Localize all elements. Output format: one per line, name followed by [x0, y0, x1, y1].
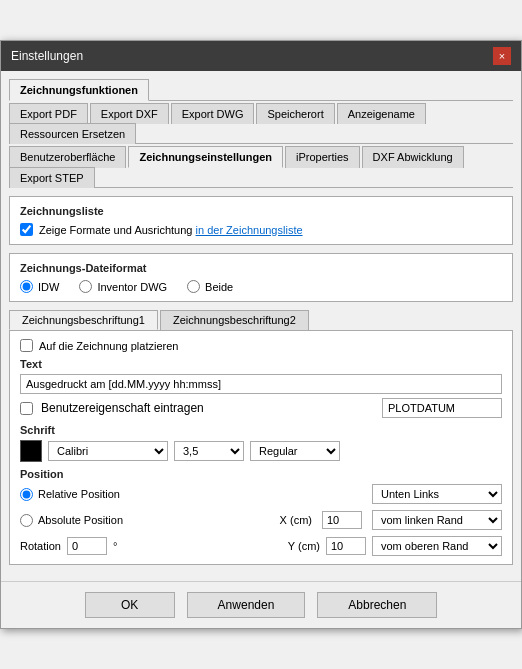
platzieren-checkbox[interactable] — [20, 339, 33, 352]
zeichnungsliste-label: Zeige Formate und Ausrichtung in der Zei… — [39, 224, 303, 236]
relative-label: Relative Position — [38, 488, 120, 500]
close-button[interactable]: × — [493, 47, 511, 65]
tab-export-dwg[interactable]: Export DWG — [171, 103, 255, 124]
text-label: Text — [20, 358, 502, 370]
tab-export-step[interactable]: Export STEP — [9, 167, 95, 188]
tab-iproperties[interactable]: iProperties — [285, 146, 360, 168]
benutzer-label: Benutzereigenschaft eintragen — [41, 401, 204, 415]
tab-ressourcen[interactable]: Ressourcen Ersetzen — [9, 123, 136, 144]
radio-idw[interactable]: IDW — [20, 280, 59, 293]
radio-inventor-dwg[interactable]: Inventor DWG — [79, 280, 167, 293]
zeichnungsliste-section: Zeichnungsliste Zeige Formate und Ausric… — [9, 196, 513, 245]
zeichnungsliste-link: in der Zeichnungsliste — [196, 224, 303, 236]
settings-window: Einstellungen × Zeichnungsfunktionen Exp… — [0, 40, 522, 629]
beschriftung-container: Zeichnungsbeschriftung1 Zeichnungsbeschr… — [9, 310, 513, 565]
window-title: Einstellungen — [11, 49, 83, 63]
schrift-row: Calibri 3,5 Regular — [20, 440, 502, 462]
font-name-select[interactable]: Calibri — [48, 441, 168, 461]
platzieren-label: Auf die Zeichnung platzieren — [39, 340, 178, 352]
radio-beide[interactable]: Beide — [187, 280, 233, 293]
bottom-buttons: OK Anwenden Abbrechen — [1, 581, 521, 628]
inner-tab-2[interactable]: Zeichnungsbeschriftung2 — [160, 310, 309, 330]
absolute-radio[interactable]: Absolute Position — [20, 514, 123, 527]
x-label: X (cm) — [280, 514, 312, 526]
platzieren-row: Auf die Zeichnung platzieren — [20, 339, 502, 352]
font-color-box[interactable] — [20, 440, 42, 462]
tabs-row-1: Zeichnungsfunktionen — [9, 79, 513, 101]
y-from-select[interactable]: vom oberen Rand — [372, 536, 502, 556]
deg-label: ° — [113, 540, 117, 552]
rotation-y-row: Rotation ° Y (cm) vom oberen Rand — [20, 536, 502, 556]
font-size-select[interactable]: 3,5 — [174, 441, 244, 461]
tabs-row-2: Export PDF Export DXF Export DWG Speiche… — [9, 103, 513, 144]
text-input[interactable] — [20, 374, 502, 394]
tab-speicherort[interactable]: Speicherort — [256, 103, 334, 124]
beschriftung-section: Auf die Zeichnung platzieren Text Benutz… — [9, 330, 513, 565]
dateiformat-section: Zeichnungs-Dateiformat IDW Inventor DWG … — [9, 253, 513, 302]
dateiformat-radio-group: IDW Inventor DWG Beide — [20, 280, 502, 293]
tab-export-dxf[interactable]: Export DXF — [90, 103, 169, 124]
tab-zeichnungseinstellungen[interactable]: Zeichnungseinstellungen — [128, 146, 283, 168]
benutzer-checkbox[interactable] — [20, 402, 33, 415]
tab-benutzeroberflaeche[interactable]: Benutzeroberfläche — [9, 146, 126, 168]
dateiformat-title: Zeichnungs-Dateiformat — [20, 262, 502, 274]
zeichnungsliste-checkbox-row: Zeige Formate und Ausrichtung in der Zei… — [20, 223, 502, 236]
plotdatum-input[interactable] — [382, 398, 502, 418]
title-bar: Einstellungen × — [1, 41, 521, 71]
tab-export-pdf[interactable]: Export PDF — [9, 103, 88, 124]
tabs-row-3: Benutzeroberfläche Zeichnungseinstellung… — [9, 146, 513, 188]
zeichnungsliste-title: Zeichnungsliste — [20, 205, 502, 217]
relative-position-row: Relative Position Unten Links Unten Rech… — [20, 484, 502, 504]
abbrechen-button[interactable]: Abbrechen — [317, 592, 437, 618]
font-style-select[interactable]: Regular — [250, 441, 340, 461]
relative-radio[interactable]: Relative Position — [20, 488, 120, 501]
rotation-input[interactable] — [67, 537, 107, 555]
inner-tab-1[interactable]: Zeichnungsbeschriftung1 — [9, 310, 158, 330]
main-content: Zeichnungsfunktionen Export PDF Export D… — [1, 71, 521, 581]
y-input[interactable] — [326, 537, 366, 555]
inner-tabs: Zeichnungsbeschriftung1 Zeichnungsbeschr… — [9, 310, 513, 330]
absolute-label: Absolute Position — [38, 514, 123, 526]
absolute-position-row: Absolute Position X (cm) vom linken Rand — [20, 510, 502, 530]
ok-button[interactable]: OK — [85, 592, 175, 618]
rotation-label: Rotation — [20, 540, 61, 552]
position-label: Position — [20, 468, 502, 480]
tab-anzeigename[interactable]: Anzeigename — [337, 103, 426, 124]
benutzer-row: Benutzereigenschaft eintragen — [20, 398, 502, 418]
tab-dxf-abwicklung[interactable]: DXF Abwicklung — [362, 146, 464, 168]
tab-zeichnungsfunktionen[interactable]: Zeichnungsfunktionen — [9, 79, 149, 101]
position-value-select[interactable]: Unten Links Unten Rechts Oben Links Oben… — [372, 484, 502, 504]
anwenden-button[interactable]: Anwenden — [187, 592, 306, 618]
x-input[interactable] — [322, 511, 362, 529]
x-from-select[interactable]: vom linken Rand — [372, 510, 502, 530]
y-label: Y (cm) — [288, 540, 320, 552]
schrift-label: Schrift — [20, 424, 502, 436]
zeichnungsliste-checkbox[interactable] — [20, 223, 33, 236]
